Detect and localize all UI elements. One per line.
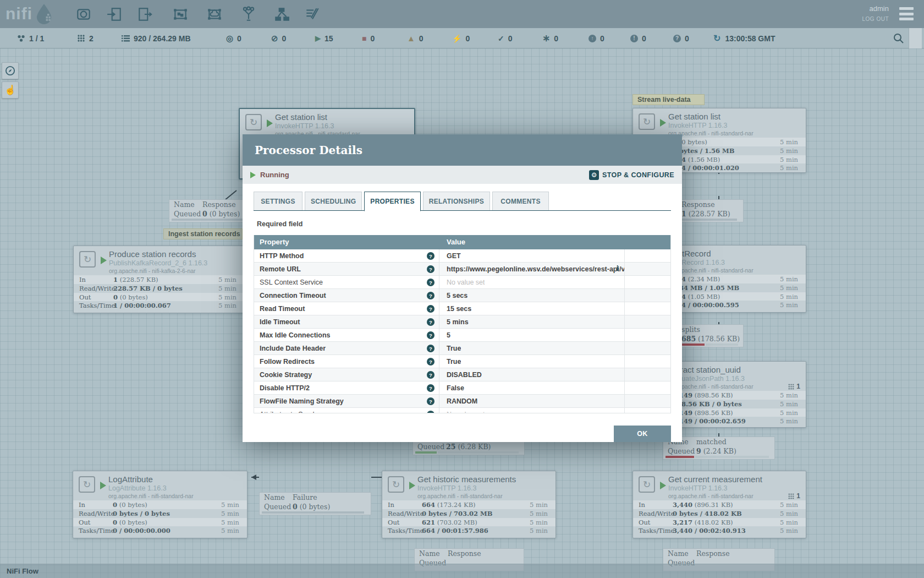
help-icon[interactable]: ? (427, 411, 435, 413)
tab-settings[interactable]: SETTINGS (254, 192, 302, 210)
property-value: No value set (439, 279, 485, 286)
processor-name: Get station list (668, 112, 721, 121)
funnel-icon[interactable] (240, 6, 257, 23)
processor-bundle: org.apache.nifi - nifi-kafka-2-6-nar (109, 268, 196, 274)
help-icon[interactable]: ? (427, 384, 435, 392)
property-row: Max Idle Connections?5 (254, 329, 670, 342)
canvas-label-ingest-station-records[interactable]: Ingest station records (163, 228, 243, 239)
input-port-icon[interactable] (106, 6, 123, 23)
stat-row: Read/Write0 bytes / 703.02 MB5 min (382, 509, 556, 518)
status-not-transmitting: ⊘0 (271, 28, 286, 48)
panel-toggle-button[interactable] (909, 28, 922, 48)
active-threads-badge: 1 (788, 492, 800, 500)
running-status-icon (267, 119, 273, 127)
stat-row: In664 (173.24 KB)5 min (382, 500, 556, 509)
tab-comments[interactable]: COMMENTS (492, 192, 549, 210)
processor-icon[interactable] (75, 6, 92, 23)
stat-row: Out0 (0 bytes)5 min (74, 293, 244, 302)
processor-stats: In664 (173.24 KB)5 minRead/Write0 bytes … (382, 500, 556, 535)
processor-type: LogAttribute 1.16.3 (108, 484, 167, 492)
canvas-label-stream-live-data[interactable]: Stream live-data (632, 94, 705, 105)
tab-properties[interactable]: PROPERTIES (364, 192, 420, 211)
template-icon[interactable] (273, 6, 290, 23)
help-icon[interactable]: ? (427, 397, 435, 405)
not-transmitting-icon: ⊘ (271, 34, 278, 43)
processor-details-dialog: Processor Details Running ⚙ STOP & CONFI… (243, 134, 682, 442)
disabled-icon: ⚡ (452, 34, 461, 43)
status-cluster: 1 / 1 (17, 28, 44, 48)
dialog-title: Processor Details (255, 144, 362, 157)
help-icon[interactable]: ? (427, 279, 435, 286)
property-row: Idle Timeout?5 mins (254, 315, 670, 329)
stat-row: Read/Write0 bytes / 418.02 KB5 min (633, 509, 806, 518)
property-value: DISABLED (439, 371, 482, 379)
refresh-status[interactable]: ↻ 13:00:58 GMT (713, 28, 775, 48)
property-name: Idle Timeout (254, 318, 300, 326)
help-icon[interactable]: ? (427, 358, 435, 366)
remote-process-group-icon[interactable] (206, 6, 223, 23)
help-icon[interactable]: ? (427, 371, 435, 379)
queue-size-bar (415, 451, 522, 454)
stat-row: Out3,217 (418.02 KB)5 min (633, 518, 806, 527)
help-icon[interactable]: ? (427, 265, 435, 273)
stop-and-configure-button[interactable]: ⚙ STOP & CONFIGURE (589, 170, 674, 180)
locally-modified-stale-icon: ! (630, 35, 638, 42)
processor-type: InvokeHTTP 1.16.3 (668, 484, 727, 492)
operate-palette-button[interactable]: ☝ (2, 81, 19, 99)
locally-modified-icon: ∗ (542, 32, 550, 44)
help-icon[interactable]: ? (427, 318, 435, 326)
nifi-drop-icon (35, 3, 53, 24)
processor-name: LogAttribute (108, 475, 153, 484)
property-name: Include Date Header (254, 345, 326, 352)
property-row: Attributes to Send?No value set (254, 408, 670, 413)
running-status-icon (660, 119, 666, 127)
breadcrumb[interactable]: NiFi Flow (7, 567, 38, 575)
property-name: Remote URL (254, 265, 301, 273)
processor-type: InvokeHTTP 1.16.3 (668, 122, 727, 129)
connection-label-c-failure[interactable]: NameFailureQueued0 (0 bytes) (259, 492, 371, 515)
global-menu-icon[interactable] (899, 7, 914, 20)
status-disabled: ⚡0 (452, 28, 470, 48)
info-icon[interactable]: i (616, 265, 619, 272)
app-header: nifi admin LOG OUT (0, 0, 924, 28)
property-name: HTTP Method (254, 252, 304, 260)
help-icon[interactable]: ? (427, 345, 435, 352)
processor-card-p-f[interactable]: ↻Get current measurementInvokeHTTP 1.16.… (632, 471, 806, 538)
processor-card-p-g[interactable]: ↻Get historic measurementsInvokeHTTP 1.1… (382, 471, 556, 538)
help-icon[interactable]: ? (427, 305, 435, 313)
running-icon: ▶ (315, 34, 321, 42)
property-value: True (439, 358, 461, 366)
ok-button[interactable]: OK (614, 426, 671, 442)
label-icon[interactable] (304, 6, 321, 23)
processor-card-p-i[interactable]: ↻Produce station recordsPublishKafkaReco… (73, 246, 245, 313)
navigate-palette-button[interactable] (2, 62, 19, 79)
process-group-icon[interactable] (172, 6, 189, 23)
help-icon[interactable]: ? (427, 252, 435, 260)
output-port-icon[interactable] (137, 6, 153, 23)
processor-stats: In3,440 (896.31 KB)5 minRead/Write0 byte… (633, 500, 806, 535)
tab-scheduling[interactable]: SCHEDULING (305, 192, 362, 210)
processor-bundle: org.apache.nifi - nifi-standard-nar (668, 493, 754, 499)
search-icon[interactable] (893, 32, 905, 45)
processor-type-icon: ↻ (639, 113, 655, 130)
help-icon[interactable]: ? (427, 331, 435, 339)
transmitting-icon: ◎ (226, 34, 233, 43)
stat-row: Out621 (703.02 MB)5 min (382, 518, 556, 527)
logout-link[interactable]: LOG OUT (862, 16, 889, 22)
stat-row: Tasks/Time3,440 / 00:02:40.9135 min (633, 526, 806, 535)
processor-card-p-h[interactable]: ↻LogAttributeLogAttribute 1.16.3org.apac… (73, 471, 248, 538)
up-to-date-icon: ✓ (498, 34, 504, 43)
processor-name: Get current measurement (668, 475, 762, 484)
property-name: Attributes to Send (254, 411, 314, 414)
property-name: Follow Redirects (254, 358, 315, 366)
stat-row: Read/Write228.57 KB / 0 bytes5 min (74, 284, 244, 293)
nifi-logo: nifi (6, 3, 53, 24)
nifi-app: nifi admin LOG OUT ↻ 13:00:58 GMT (0, 0, 924, 578)
processor-type-icon: ↻ (79, 476, 95, 493)
status-bar: ↻ 13:00:58 GMT 1 / 12920 / 264.29 MB◎0⊘0… (0, 28, 924, 48)
processor-type: InvokeHTTP 1.16.3 (275, 122, 334, 130)
stale-icon: ↑ (588, 35, 596, 42)
tab-relationships[interactable]: RELATIONSHIPS (423, 192, 490, 210)
dialog-tabs: SETTINGSSCHEDULINGPROPERTIESRELATIONSHIP… (254, 192, 671, 211)
help-icon[interactable]: ? (427, 292, 435, 299)
